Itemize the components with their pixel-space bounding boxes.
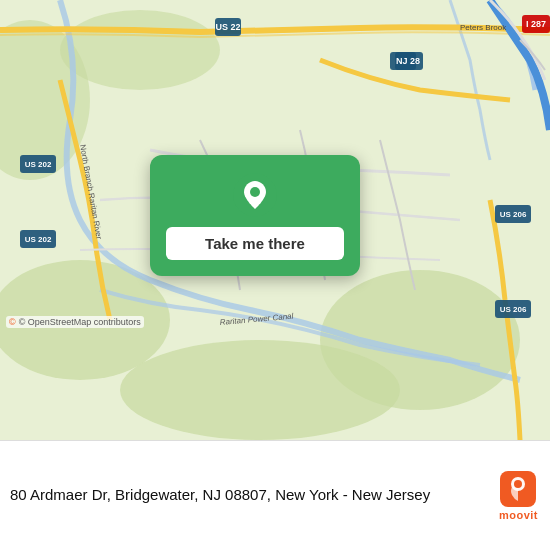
svg-point-28 (514, 480, 522, 488)
moovit-logo-text: moovit (499, 509, 538, 521)
svg-text:NJ 28: NJ 28 (396, 56, 420, 66)
svg-text:US 202: US 202 (25, 160, 52, 169)
svg-text:Peters Brook: Peters Brook (460, 23, 507, 32)
map-container: US 22 NJ 28 I 287 US 202 US 202 US 206 U… (0, 0, 550, 440)
attribution-text: © OpenStreetMap contributors (19, 317, 141, 327)
svg-text:US 206: US 206 (500, 305, 527, 314)
moovit-logo: moovit (499, 471, 538, 521)
moovit-logo-icon (500, 471, 536, 507)
location-pin-icon (233, 173, 277, 217)
svg-point-5 (60, 10, 220, 90)
take-me-there-button[interactable]: Take me there (166, 227, 344, 260)
svg-point-25 (250, 187, 260, 197)
info-bar: 80 Ardmaer Dr, Bridgewater, NJ 08807, Ne… (0, 440, 550, 550)
svg-text:US 22: US 22 (215, 22, 240, 32)
svg-text:I 287: I 287 (526, 19, 546, 29)
osm-attribution: © © OpenStreetMap contributors (6, 316, 144, 328)
svg-text:US 206: US 206 (500, 210, 527, 219)
svg-point-3 (120, 340, 400, 440)
address-text: 80 Ardmaer Dr, Bridgewater, NJ 08807, Ne… (10, 485, 489, 505)
svg-text:US 202: US 202 (25, 235, 52, 244)
location-card: Take me there (150, 155, 360, 276)
